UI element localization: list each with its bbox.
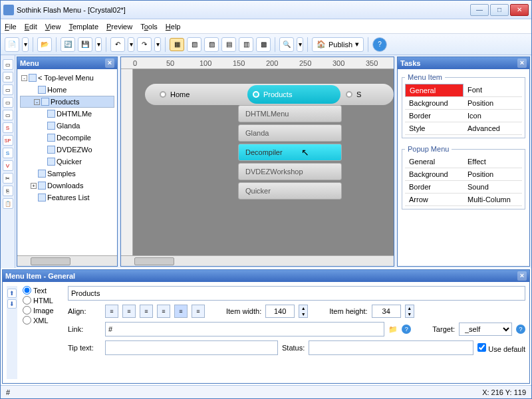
stage[interactable]: HomeProductsS DHTMLMenuGlandaDecompilerD…	[133, 69, 394, 255]
strip-btn-2[interactable]: ▭	[3, 72, 13, 82]
tree-item[interactable]: Features List	[20, 192, 114, 203]
strip-btn-4[interactable]: ▭	[3, 97, 13, 108]
preview-menubar[interactable]: HomeProductsS	[145, 84, 394, 105]
strip-btn-3[interactable]: ▭	[3, 84, 13, 95]
align-bot-icon[interactable]: ≡	[192, 305, 205, 318]
save-dropdown[interactable]: ▾	[95, 37, 102, 52]
menu-template[interactable]: Template	[68, 23, 98, 31]
publish-button[interactable]: 🏠Publish▾	[312, 37, 364, 52]
menu-file[interactable]: File	[5, 23, 17, 31]
canvas-scrollbar[interactable]	[121, 255, 394, 266]
redo-dropdown[interactable]: ▾	[154, 37, 161, 52]
close-button[interactable]: ✕	[510, 4, 529, 16]
undo-dropdown[interactable]: ▾	[128, 37, 134, 52]
preview-dropdown[interactable]: ▾	[297, 37, 303, 52]
item-height-input[interactable]	[372, 305, 401, 318]
tool-icon-1[interactable]: ▧	[187, 37, 201, 52]
preview-sub-item[interactable]: DVDEZWorkshop	[238, 163, 342, 180]
menu-panel-close-icon[interactable]: ×	[105, 59, 114, 68]
preview-sub-item[interactable]: Glanda	[238, 124, 342, 142]
preview-top-item[interactable]: Home	[154, 85, 247, 104]
preview-submenu[interactable]: DHTMLMenuGlandaDecompilerDVDEZWorkshopQu…	[238, 105, 342, 200]
task-link[interactable]: Advanced	[464, 122, 522, 135]
strip-btn-5[interactable]: ▭	[3, 110, 13, 120]
item-width-spinner[interactable]: ▲▼	[299, 305, 308, 318]
preview-sub-item[interactable]: Decompiler	[238, 144, 342, 161]
task-link[interactable]: Position	[464, 97, 522, 110]
props-up-icon[interactable]: ⬆	[7, 289, 17, 298]
strip-btn-v[interactable]: V	[3, 160, 13, 171]
task-link[interactable]: Font	[464, 84, 522, 97]
menu-view[interactable]: View	[45, 23, 61, 31]
tree-item[interactable]: Home	[20, 84, 114, 96]
link-help-icon[interactable]: ?	[402, 325, 411, 334]
preview-top-item[interactable]: Products	[247, 85, 340, 104]
text-input[interactable]	[68, 286, 525, 301]
preview-icon[interactable]: 🔍	[279, 37, 294, 52]
item-height-spinner[interactable]: ▲▼	[405, 305, 414, 318]
task-link[interactable]: Background	[405, 97, 464, 110]
align-left-icon[interactable]: ≡	[105, 305, 118, 318]
align-top-icon[interactable]: ≡	[157, 305, 170, 318]
tree-item[interactable]: Samples	[20, 168, 114, 180]
task-link[interactable]: Background	[405, 168, 464, 181]
tool-icon-2[interactable]: ▨	[204, 37, 219, 52]
refresh-icon[interactable]: 🔄	[61, 37, 75, 52]
tree-item[interactable]: DVDEZWo	[20, 144, 114, 156]
task-link[interactable]: Sound	[464, 181, 522, 194]
strip-btn-s[interactable]: S	[3, 122, 13, 133]
align-center-icon[interactable]: ≡	[122, 305, 136, 318]
task-link[interactable]: General	[405, 156, 464, 168]
tool-icon-5[interactable]: ▩	[256, 37, 271, 52]
strip-btn-paste[interactable]: 📋	[3, 198, 13, 209]
tree-item[interactable]: DHTMLMe	[20, 108, 114, 120]
menu-tree[interactable]: -< Top-level MenuHome-ProductsDHTMLMeGla…	[17, 69, 117, 255]
use-default-checkbox[interactable]: Use default	[477, 343, 525, 353]
task-link[interactable]: General	[405, 84, 464, 97]
strip-btn-sp[interactable]: SP	[3, 135, 13, 146]
props-down-icon[interactable]: ⬇	[7, 299, 17, 309]
strip-btn-1[interactable]: ▭	[3, 59, 13, 70]
tree-item[interactable]: -Products	[20, 96, 114, 108]
tree-item[interactable]: Decompile	[20, 132, 114, 144]
strip-btn-cut[interactable]: ✂	[3, 173, 13, 184]
strip-btn-s2[interactable]: S	[3, 148, 13, 158]
task-link[interactable]: Position	[464, 168, 522, 181]
save-icon[interactable]: 💾	[78, 37, 92, 52]
task-link[interactable]: Multi-Column	[464, 194, 522, 206]
task-link[interactable]: Arrow	[405, 194, 464, 206]
new-icon[interactable]: 📄	[5, 37, 19, 52]
align-right-icon[interactable]: ≡	[140, 305, 153, 318]
menu-help[interactable]: Help	[166, 23, 181, 31]
tree-item[interactable]: Quicker	[20, 156, 114, 168]
radio-image[interactable]: Image	[23, 306, 63, 315]
tree-scrollbar[interactable]	[17, 255, 117, 266]
radio-xml[interactable]: XML	[23, 316, 63, 325]
tool-icon-4[interactable]: ▥	[239, 37, 253, 52]
task-link[interactable]: Icon	[464, 110, 522, 122]
tree-item[interactable]: Glanda	[20, 120, 114, 132]
redo-icon[interactable]: ↷	[137, 37, 152, 52]
help-icon[interactable]: ?	[372, 37, 387, 52]
layout-icon[interactable]: ▦	[170, 38, 184, 51]
minimize-button[interactable]: —	[470, 4, 489, 16]
preview-sub-item[interactable]: Quicker	[238, 182, 342, 200]
item-width-input[interactable]	[265, 305, 295, 318]
preview-top-item[interactable]: S	[340, 85, 394, 104]
tip-input[interactable]	[105, 340, 278, 355]
preview-sub-item[interactable]: DHTMLMenu	[238, 105, 342, 122]
radio-html[interactable]: HTML	[23, 296, 63, 305]
target-help-icon[interactable]: ?	[516, 325, 525, 334]
menu-preview[interactable]: Preview	[106, 23, 132, 31]
browse-icon[interactable]: 📁	[388, 325, 398, 334]
task-link[interactable]: Style	[405, 122, 464, 135]
link-input[interactable]	[105, 322, 384, 336]
properties-panel-close-icon[interactable]: ×	[517, 271, 527, 281]
undo-icon[interactable]: ↶	[110, 37, 125, 52]
task-link[interactable]: Border	[405, 110, 464, 122]
target-select[interactable]: _self	[459, 323, 512, 336]
radio-text[interactable]: Text	[23, 286, 63, 295]
task-link[interactable]: Effect	[464, 156, 522, 168]
new-dropdown[interactable]: ▾	[22, 37, 29, 52]
task-link[interactable]: Border	[405, 181, 464, 194]
